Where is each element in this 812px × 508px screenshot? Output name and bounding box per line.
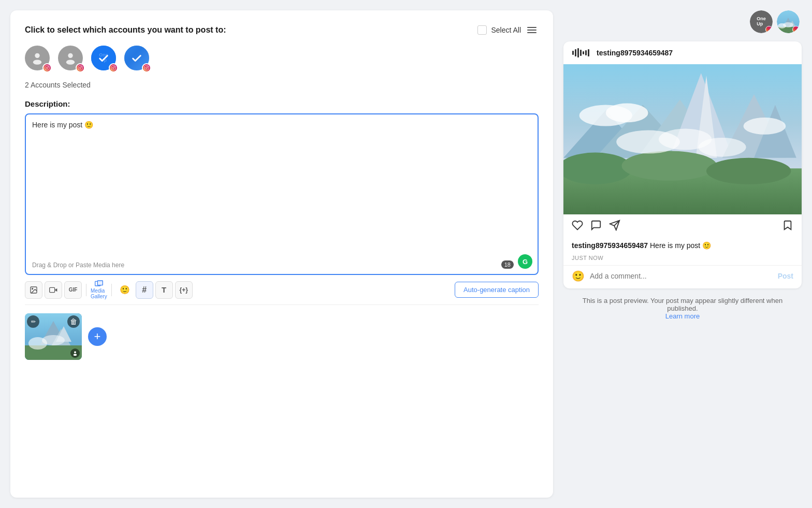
description-textarea[interactable]: Here is my post 🙂 (32, 121, 531, 266)
svg-point-30 (74, 354, 77, 356)
char-count-badge: 18 (501, 260, 514, 269)
topbar-avatar-mountain[interactable] (777, 10, 800, 33)
svg-point-4 (48, 66, 49, 67)
comment-input[interactable] (590, 272, 773, 280)
preview-comment-row: 🙂 Post (563, 265, 802, 288)
instagram-icon-2 (78, 65, 83, 70)
thumbnail-delete-button[interactable]: 🗑 (67, 315, 80, 328)
user-icon (72, 351, 78, 356)
media-row: ✏ 🗑 + (25, 313, 539, 360)
hamburger-menu-icon[interactable] (525, 25, 539, 35)
comment-emoji-icon[interactable]: 🙂 (572, 270, 585, 282)
account-avatar-2[interactable] (58, 46, 85, 72)
like-icon[interactable] (572, 220, 583, 234)
instagram-icon-1 (45, 65, 50, 70)
topbar-instagram-badge-2 (792, 26, 800, 33)
share-svg (609, 220, 620, 231)
instagram-icon-4 (144, 65, 149, 70)
waveform-svg (572, 48, 590, 58)
header-row: Click to select which accounts you want … (25, 25, 539, 35)
preview-caption-text: Here is my post 🙂 (650, 241, 711, 250)
comment-post-button[interactable]: Post (778, 272, 793, 280)
bookmark-icon[interactable] (782, 220, 793, 234)
thumbnail-user-badge (70, 349, 80, 358)
media-drop-area[interactable]: Drag & Drop or Paste Media here (32, 262, 124, 269)
checkmark-icon-4 (131, 52, 142, 64)
instagram-badge-3 (109, 63, 118, 72)
svg-rect-38 (575, 49, 576, 56)
add-media-button[interactable]: + (88, 327, 107, 346)
gif-button[interactable]: GIF (64, 281, 82, 299)
video-button[interactable] (45, 281, 62, 299)
left-panel: Click to select which accounts you want … (0, 0, 563, 508)
accounts-selected-text: 2 Accounts Selected (25, 81, 539, 89)
comment-svg (590, 220, 602, 231)
svg-rect-37 (572, 51, 574, 55)
svg-point-12 (114, 66, 115, 67)
topbar-avatar-oneup[interactable]: OneUp (750, 10, 773, 33)
svg-rect-40 (580, 50, 582, 56)
preview-note-text: This is a post preview. Your post may ap… (583, 297, 782, 312)
select-all-row: Select All (477, 25, 539, 35)
emoji-button[interactable]: 🙂 (116, 281, 134, 299)
svg-marker-18 (55, 288, 57, 292)
svg-point-29 (74, 351, 76, 353)
toolbar-divider-2 (111, 284, 112, 296)
learn-more-link[interactable]: Learn more (665, 312, 700, 320)
person-icon-1 (30, 51, 45, 65)
select-all-checkbox[interactable] (477, 25, 487, 35)
svg-point-61 (744, 118, 786, 135)
share-icon[interactable] (609, 220, 620, 234)
svg-point-55 (706, 158, 791, 184)
svg-point-8 (79, 67, 81, 68)
checkmark-icon-3 (98, 52, 109, 64)
svg-point-1 (33, 60, 41, 65)
select-all-label[interactable]: Select All (491, 26, 521, 34)
account-avatar-1[interactable] (25, 46, 52, 72)
svg-point-57 (606, 103, 648, 122)
instagram-badge-2 (76, 63, 85, 72)
variable-button[interactable]: {+} (175, 281, 193, 299)
svg-point-54 (621, 151, 717, 180)
person-icon-2 (63, 51, 78, 65)
account-avatar-4[interactable] (124, 46, 151, 72)
instagram-badge-4 (142, 63, 151, 72)
media-gallery-button[interactable]: MediaGallery (91, 280, 107, 299)
svg-point-36 (783, 22, 793, 27)
comment-icon[interactable] (590, 220, 602, 234)
media-gallery-icon (95, 280, 103, 287)
svg-point-17 (32, 288, 33, 289)
preview-note: This is a post preview. Your post may ap… (563, 297, 802, 320)
preview-header: testing8975934659487 (563, 41, 802, 64)
preview-image (563, 64, 802, 214)
hashtag-button[interactable]: # (136, 281, 153, 299)
preview-caption-username: testing8975934659487 (572, 241, 648, 250)
toolbar: GIF MediaGallery 🙂 # T {+} Auto-generate… (25, 275, 539, 305)
svg-rect-43 (588, 49, 589, 56)
svg-rect-39 (577, 48, 579, 57)
account-avatar-3[interactable]: OneUp (91, 46, 118, 72)
preview-card: testing8975934659487 (563, 41, 802, 288)
media-thumbnail: ✏ 🗑 (25, 313, 82, 360)
bookmark-svg (782, 220, 793, 231)
preview-actions (563, 214, 802, 239)
svg-rect-10 (111, 66, 115, 70)
svg-rect-2 (45, 66, 49, 70)
image-button[interactable] (25, 281, 42, 299)
toolbar-divider (86, 284, 86, 296)
grammarly-button[interactable]: G (518, 254, 532, 269)
svg-rect-21 (97, 281, 103, 285)
accounts-row: OneUp (25, 46, 539, 72)
thumbnail-edit-button[interactable]: ✏ (27, 315, 39, 328)
svg-point-15 (148, 66, 148, 67)
svg-point-9 (81, 66, 82, 67)
preview-image-svg (563, 64, 802, 214)
svg-point-11 (112, 67, 114, 68)
svg-rect-19 (50, 287, 55, 292)
video-icon (49, 286, 57, 294)
text-style-button[interactable]: T (155, 281, 173, 299)
oneup-avatar-text: OneUp (757, 17, 766, 27)
instagram-badge-1 (42, 63, 52, 72)
media-gallery-label: MediaGallery (91, 288, 107, 299)
auto-caption-button[interactable]: Auto-generate caption (455, 282, 539, 298)
